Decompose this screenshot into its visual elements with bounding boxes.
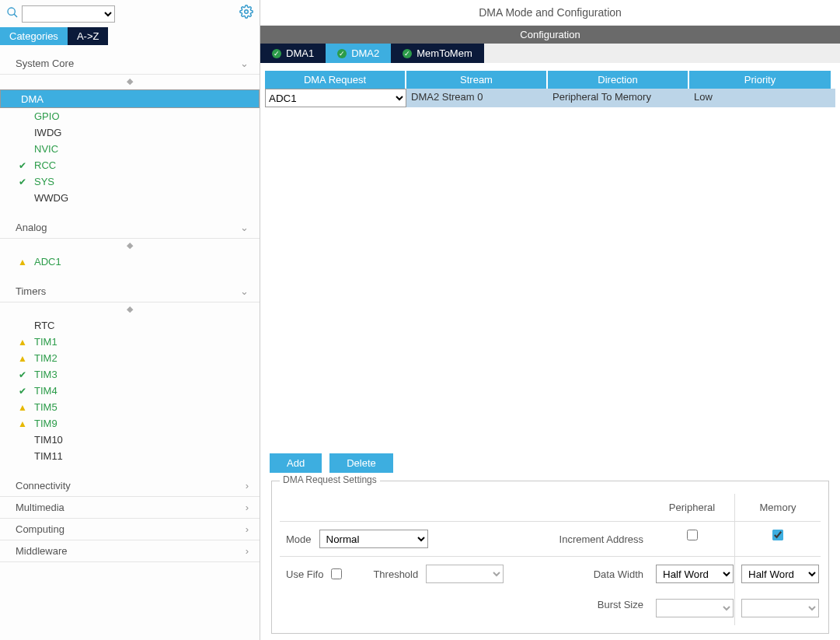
cell-stream: DMA2 Stream 0 <box>406 89 548 107</box>
main-panel: DMA Mode and Configuration Configuration… <box>260 0 840 640</box>
dma-table-header: DMA RequestStreamDirectionPriority <box>265 71 835 89</box>
column-header[interactable]: Priority <box>689 71 831 89</box>
peripheral-item[interactable]: DMA <box>0 89 260 108</box>
memory-increment-checkbox[interactable] <box>772 530 783 540</box>
chevron-down-icon: ⌄ <box>240 285 249 297</box>
peripheral-item[interactable]: ▲TIM5 <box>0 399 260 415</box>
svg-point-0 <box>8 8 15 15</box>
dma-tab-row: ✓DMA1✓DMA2✓MemToMem <box>260 44 840 63</box>
chevron-right-icon: › <box>246 523 249 535</box>
peripheral-label: TIM3 <box>31 368 61 381</box>
peripheral-item[interactable]: ▲ADC1 <box>0 254 260 270</box>
mode-label: Mode <box>286 533 312 545</box>
dma-tab[interactable]: ✓DMA1 <box>260 44 326 63</box>
svg-point-2 <box>245 10 249 14</box>
peripheral-item[interactable]: RTC <box>0 317 260 334</box>
dma-request-select[interactable]: ADC1 <box>265 89 406 107</box>
peripheral-label: TIM2 <box>31 351 61 365</box>
sort-handle-icon[interactable]: ◆ <box>0 75 260 88</box>
memory-burst-select[interactable] <box>741 599 819 617</box>
col-peripheral: Peripheral <box>650 494 735 522</box>
threshold-label: Threshold <box>373 568 418 580</box>
section-header[interactable]: Middleware› <box>0 540 260 562</box>
peripheral-label: GPIO <box>31 110 63 123</box>
peripheral-item[interactable]: TIM10 <box>0 432 260 448</box>
chevron-right-icon: › <box>246 480 249 491</box>
peripheral-item[interactable]: WWDG <box>0 190 260 206</box>
chevron-right-icon: › <box>246 502 249 513</box>
col-memory: Memory <box>735 494 821 522</box>
check-circle-icon: ✓ <box>403 49 412 58</box>
dma-tab-label: DMA2 <box>351 47 379 59</box>
peripheral-datawidth-select[interactable]: Half Word <box>656 565 734 583</box>
increment-address-label: Increment Address <box>559 533 643 545</box>
column-header[interactable]: Direction <box>548 71 689 89</box>
dma-table-row[interactable]: ADC1 DMA2 Stream 0 Peripheral To Memory … <box>265 89 835 107</box>
sort-handle-icon[interactable]: ◆ <box>0 303 260 316</box>
peripheral-item[interactable]: ▲TIM9 <box>0 415 260 432</box>
gear-icon[interactable] <box>239 5 253 23</box>
column-header[interactable]: DMA Request <box>265 71 406 89</box>
tab-az[interactable]: A->Z <box>68 27 109 45</box>
svg-line-1 <box>14 14 17 17</box>
dma-tab[interactable]: ✓DMA2 <box>326 44 391 63</box>
chevron-right-icon: › <box>246 545 249 557</box>
section-header[interactable]: Analog⌄ <box>0 217 260 239</box>
dma-tab-label: MemToMem <box>417 47 472 59</box>
section-title: Middleware <box>16 545 67 557</box>
peripheral-label: NVIC <box>31 142 61 156</box>
section-header[interactable]: System Core⌄ <box>0 53 260 75</box>
peripheral-item[interactable]: IWDG <box>0 124 260 141</box>
sidebar: Categories A->Z System Core⌄◆DMAGPIOIWDG… <box>0 0 260 640</box>
section-title: Analog <box>16 222 47 233</box>
peripheral-item[interactable]: ✔SYS <box>0 173 260 190</box>
peripheral-item[interactable]: ✔TIM4 <box>0 383 260 399</box>
section-header[interactable]: Computing› <box>0 519 260 540</box>
peripheral-item[interactable]: ✔TIM3 <box>0 366 260 383</box>
peripheral-label: ADC1 <box>31 255 64 268</box>
peripheral-label: TIM4 <box>31 384 61 397</box>
peripheral-tree: System Core⌄◆DMAGPIOIWDGNVIC✔RCC✔SYSWWDG… <box>0 45 260 640</box>
section-header[interactable]: Timers⌄ <box>0 281 260 303</box>
configuration-bar: Configuration <box>260 26 840 44</box>
column-header[interactable]: Stream <box>406 71 548 89</box>
section-header[interactable]: Multimedia› <box>0 497 260 519</box>
burst-size-label: Burst Size <box>598 599 643 610</box>
section-title: System Core <box>16 58 74 69</box>
peripheral-label: RCC <box>31 159 59 172</box>
peripheral-item[interactable]: GPIO <box>0 108 260 124</box>
peripheral-label: TIM11 <box>31 449 66 463</box>
chevron-down-icon: ⌄ <box>240 58 249 69</box>
search-icon <box>6 6 19 22</box>
peripheral-increment-checkbox[interactable] <box>687 530 698 540</box>
delete-button[interactable]: Delete <box>329 453 393 473</box>
tab-categories[interactable]: Categories <box>0 27 68 45</box>
check-circle-icon: ✓ <box>272 49 281 58</box>
peripheral-burst-select[interactable] <box>656 599 734 617</box>
settings-legend: DMA Request Settings <box>280 474 380 485</box>
section-title: Computing <box>16 523 64 535</box>
use-fifo-checkbox[interactable] <box>331 568 342 579</box>
peripheral-label: SYS <box>31 175 58 188</box>
search-dropdown[interactable] <box>22 5 115 23</box>
peripheral-item[interactable]: NVIC <box>0 141 260 157</box>
peripheral-item[interactable]: ▲TIM2 <box>0 350 260 366</box>
peripheral-item[interactable]: TIM11 <box>0 448 260 464</box>
dma-tab[interactable]: ✓MemToMem <box>391 44 484 63</box>
section-title: Timers <box>16 285 46 297</box>
sort-handle-icon[interactable]: ◆ <box>0 239 260 252</box>
section-title: Multimedia <box>16 502 64 513</box>
memory-datawidth-select[interactable]: Half Word <box>741 565 819 583</box>
dma-tab-label: DMA1 <box>286 47 314 59</box>
peripheral-item[interactable]: ▲TIM1 <box>0 334 260 350</box>
peripheral-label: TIM10 <box>31 433 66 446</box>
section-header[interactable]: Connectivity› <box>0 475 260 497</box>
cell-priority: Low <box>689 89 831 107</box>
check-circle-icon: ✓ <box>337 49 347 58</box>
add-button[interactable]: Add <box>270 453 322 473</box>
peripheral-label: TIM5 <box>31 400 61 414</box>
threshold-select[interactable] <box>426 565 504 583</box>
mode-select[interactable]: Normal <box>319 530 428 548</box>
peripheral-item[interactable]: ✔RCC <box>0 157 260 173</box>
peripheral-label: TIM9 <box>31 417 61 430</box>
